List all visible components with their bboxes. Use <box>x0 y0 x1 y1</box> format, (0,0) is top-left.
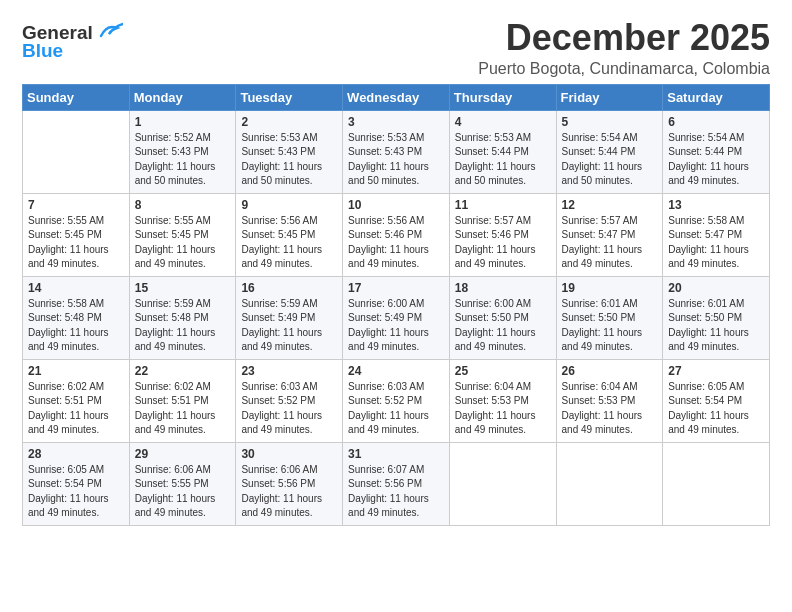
calendar-cell: 5Sunrise: 5:54 AM Sunset: 5:44 PM Daylig… <box>556 110 663 193</box>
day-number: 1 <box>135 115 231 129</box>
day-info: Sunrise: 6:05 AM Sunset: 5:54 PM Dayligh… <box>28 463 124 521</box>
calendar-cell: 14Sunrise: 5:58 AM Sunset: 5:48 PM Dayli… <box>23 276 130 359</box>
calendar-cell: 3Sunrise: 5:53 AM Sunset: 5:43 PM Daylig… <box>343 110 450 193</box>
calendar-cell: 2Sunrise: 5:53 AM Sunset: 5:43 PM Daylig… <box>236 110 343 193</box>
day-number: 31 <box>348 447 444 461</box>
calendar-header-row: Sunday Monday Tuesday Wednesday Thursday… <box>23 84 770 110</box>
header-monday: Monday <box>129 84 236 110</box>
day-number: 22 <box>135 364 231 378</box>
day-number: 24 <box>348 364 444 378</box>
header-saturday: Saturday <box>663 84 770 110</box>
day-info: Sunrise: 6:06 AM Sunset: 5:55 PM Dayligh… <box>135 463 231 521</box>
logo: General Blue <box>22 22 123 62</box>
calendar-cell: 26Sunrise: 6:04 AM Sunset: 5:53 PM Dayli… <box>556 359 663 442</box>
day-info: Sunrise: 6:02 AM Sunset: 5:51 PM Dayligh… <box>28 380 124 438</box>
day-number: 9 <box>241 198 337 212</box>
day-info: Sunrise: 5:57 AM Sunset: 5:46 PM Dayligh… <box>455 214 551 272</box>
calendar-cell: 11Sunrise: 5:57 AM Sunset: 5:46 PM Dayli… <box>449 193 556 276</box>
calendar-cell: 4Sunrise: 5:53 AM Sunset: 5:44 PM Daylig… <box>449 110 556 193</box>
day-number: 28 <box>28 447 124 461</box>
calendar-table: Sunday Monday Tuesday Wednesday Thursday… <box>22 84 770 526</box>
calendar-cell: 7Sunrise: 5:55 AM Sunset: 5:45 PM Daylig… <box>23 193 130 276</box>
logo-text-blue: Blue <box>22 40 63 62</box>
day-info: Sunrise: 6:04 AM Sunset: 5:53 PM Dayligh… <box>455 380 551 438</box>
day-number: 29 <box>135 447 231 461</box>
day-number: 15 <box>135 281 231 295</box>
day-number: 7 <box>28 198 124 212</box>
day-number: 27 <box>668 364 764 378</box>
calendar-cell: 18Sunrise: 6:00 AM Sunset: 5:50 PM Dayli… <box>449 276 556 359</box>
calendar-cell: 31Sunrise: 6:07 AM Sunset: 5:56 PM Dayli… <box>343 442 450 525</box>
day-number: 11 <box>455 198 551 212</box>
day-info: Sunrise: 5:52 AM Sunset: 5:43 PM Dayligh… <box>135 131 231 189</box>
calendar-cell: 16Sunrise: 5:59 AM Sunset: 5:49 PM Dayli… <box>236 276 343 359</box>
day-info: Sunrise: 5:54 AM Sunset: 5:44 PM Dayligh… <box>562 131 658 189</box>
calendar-cell: 8Sunrise: 5:55 AM Sunset: 5:45 PM Daylig… <box>129 193 236 276</box>
day-info: Sunrise: 6:00 AM Sunset: 5:49 PM Dayligh… <box>348 297 444 355</box>
day-number: 3 <box>348 115 444 129</box>
day-number: 20 <box>668 281 764 295</box>
day-number: 10 <box>348 198 444 212</box>
calendar-week-row: 14Sunrise: 5:58 AM Sunset: 5:48 PM Dayli… <box>23 276 770 359</box>
day-info: Sunrise: 5:53 AM Sunset: 5:43 PM Dayligh… <box>241 131 337 189</box>
header-thursday: Thursday <box>449 84 556 110</box>
day-number: 30 <box>241 447 337 461</box>
calendar-cell: 9Sunrise: 5:56 AM Sunset: 5:45 PM Daylig… <box>236 193 343 276</box>
calendar-cell: 21Sunrise: 6:02 AM Sunset: 5:51 PM Dayli… <box>23 359 130 442</box>
day-number: 16 <box>241 281 337 295</box>
header-row: General Blue December 2025 Puerto Bogota… <box>22 18 770 78</box>
day-number: 5 <box>562 115 658 129</box>
header-friday: Friday <box>556 84 663 110</box>
calendar-cell: 23Sunrise: 6:03 AM Sunset: 5:52 PM Dayli… <box>236 359 343 442</box>
calendar-cell: 28Sunrise: 6:05 AM Sunset: 5:54 PM Dayli… <box>23 442 130 525</box>
calendar-week-row: 1Sunrise: 5:52 AM Sunset: 5:43 PM Daylig… <box>23 110 770 193</box>
day-number: 12 <box>562 198 658 212</box>
day-info: Sunrise: 6:03 AM Sunset: 5:52 PM Dayligh… <box>241 380 337 438</box>
calendar-cell: 30Sunrise: 6:06 AM Sunset: 5:56 PM Dayli… <box>236 442 343 525</box>
day-info: Sunrise: 5:59 AM Sunset: 5:48 PM Dayligh… <box>135 297 231 355</box>
calendar-cell: 25Sunrise: 6:04 AM Sunset: 5:53 PM Dayli… <box>449 359 556 442</box>
calendar-cell <box>23 110 130 193</box>
day-info: Sunrise: 5:55 AM Sunset: 5:45 PM Dayligh… <box>28 214 124 272</box>
day-info: Sunrise: 6:00 AM Sunset: 5:50 PM Dayligh… <box>455 297 551 355</box>
calendar-cell: 6Sunrise: 5:54 AM Sunset: 5:44 PM Daylig… <box>663 110 770 193</box>
day-info: Sunrise: 5:53 AM Sunset: 5:43 PM Dayligh… <box>348 131 444 189</box>
day-number: 17 <box>348 281 444 295</box>
logo-bird-icon <box>97 22 123 40</box>
day-info: Sunrise: 5:55 AM Sunset: 5:45 PM Dayligh… <box>135 214 231 272</box>
calendar-cell: 13Sunrise: 5:58 AM Sunset: 5:47 PM Dayli… <box>663 193 770 276</box>
day-number: 4 <box>455 115 551 129</box>
day-info: Sunrise: 6:06 AM Sunset: 5:56 PM Dayligh… <box>241 463 337 521</box>
day-number: 26 <box>562 364 658 378</box>
day-number: 8 <box>135 198 231 212</box>
calendar-cell: 17Sunrise: 6:00 AM Sunset: 5:49 PM Dayli… <box>343 276 450 359</box>
main-title: December 2025 <box>478 18 770 58</box>
calendar-cell: 15Sunrise: 5:59 AM Sunset: 5:48 PM Dayli… <box>129 276 236 359</box>
header-tuesday: Tuesday <box>236 84 343 110</box>
day-info: Sunrise: 6:02 AM Sunset: 5:51 PM Dayligh… <box>135 380 231 438</box>
day-info: Sunrise: 6:01 AM Sunset: 5:50 PM Dayligh… <box>668 297 764 355</box>
day-info: Sunrise: 5:56 AM Sunset: 5:45 PM Dayligh… <box>241 214 337 272</box>
subtitle: Puerto Bogota, Cundinamarca, Colombia <box>478 60 770 78</box>
day-number: 21 <box>28 364 124 378</box>
day-info: Sunrise: 5:57 AM Sunset: 5:47 PM Dayligh… <box>562 214 658 272</box>
calendar-week-row: 28Sunrise: 6:05 AM Sunset: 5:54 PM Dayli… <box>23 442 770 525</box>
day-info: Sunrise: 5:54 AM Sunset: 5:44 PM Dayligh… <box>668 131 764 189</box>
day-info: Sunrise: 5:58 AM Sunset: 5:48 PM Dayligh… <box>28 297 124 355</box>
calendar-cell: 19Sunrise: 6:01 AM Sunset: 5:50 PM Dayli… <box>556 276 663 359</box>
header-wednesday: Wednesday <box>343 84 450 110</box>
calendar-cell <box>556 442 663 525</box>
day-info: Sunrise: 6:05 AM Sunset: 5:54 PM Dayligh… <box>668 380 764 438</box>
day-number: 19 <box>562 281 658 295</box>
calendar-cell: 12Sunrise: 5:57 AM Sunset: 5:47 PM Dayli… <box>556 193 663 276</box>
calendar-cell: 10Sunrise: 5:56 AM Sunset: 5:46 PM Dayli… <box>343 193 450 276</box>
day-info: Sunrise: 5:53 AM Sunset: 5:44 PM Dayligh… <box>455 131 551 189</box>
day-info: Sunrise: 6:07 AM Sunset: 5:56 PM Dayligh… <box>348 463 444 521</box>
page: General Blue December 2025 Puerto Bogota… <box>0 0 792 612</box>
day-number: 14 <box>28 281 124 295</box>
calendar-cell: 24Sunrise: 6:03 AM Sunset: 5:52 PM Dayli… <box>343 359 450 442</box>
day-number: 25 <box>455 364 551 378</box>
day-info: Sunrise: 6:03 AM Sunset: 5:52 PM Dayligh… <box>348 380 444 438</box>
title-block: December 2025 Puerto Bogota, Cundinamarc… <box>478 18 770 78</box>
day-number: 23 <box>241 364 337 378</box>
